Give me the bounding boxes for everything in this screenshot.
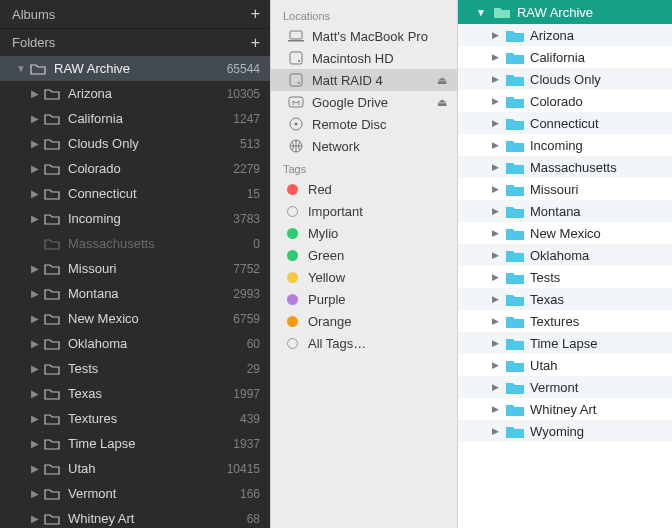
tag-dot-icon — [287, 316, 298, 327]
tag-item[interactable]: Orange — [271, 310, 457, 332]
eject-icon[interactable]: ⏏ — [437, 74, 447, 87]
folder-item[interactable]: ▶Vermont166 — [0, 481, 270, 506]
file-row[interactable]: ▶Massachusetts — [458, 156, 672, 178]
location-label: Network — [312, 139, 360, 154]
chevron-right-icon: ▶ — [492, 404, 506, 414]
location-item[interactable]: Remote Disc — [271, 113, 457, 135]
column-root-label: RAW Archive — [517, 5, 593, 20]
file-row[interactable]: ▶New Mexico — [458, 222, 672, 244]
file-row[interactable]: ▶Wyoming — [458, 420, 672, 442]
file-name: California — [530, 50, 585, 65]
tag-item[interactable]: Green — [271, 244, 457, 266]
tag-item[interactable]: Red — [271, 178, 457, 200]
folder-icon — [44, 88, 60, 100]
file-name: Incoming — [530, 138, 583, 153]
folder-root[interactable]: ▼ RAW Archive 65544 — [0, 56, 270, 81]
tag-item[interactable]: Important — [271, 200, 457, 222]
location-item[interactable]: Google Drive⏏ — [271, 91, 457, 113]
file-row[interactable]: ▶Whitney Art — [458, 398, 672, 420]
folder-icon — [44, 213, 60, 225]
column-root-row[interactable]: ▼ RAW Archive — [458, 0, 672, 24]
file-name: Clouds Only — [530, 72, 601, 87]
folder-name: Oklahoma — [68, 336, 247, 351]
folder-item[interactable]: ▶California1247 — [0, 106, 270, 131]
file-row[interactable]: ▶Incoming — [458, 134, 672, 156]
folder-icon — [506, 337, 524, 350]
folder-name: California — [68, 111, 233, 126]
file-row[interactable]: ▶Time Lapse — [458, 332, 672, 354]
file-name: Utah — [530, 358, 557, 373]
folder-item[interactable]: ▶Whitney Art68 — [0, 506, 270, 528]
folder-count: 1937 — [233, 437, 260, 451]
file-name: New Mexico — [530, 226, 601, 241]
folders-header[interactable]: Folders + — [0, 28, 270, 56]
location-item[interactable]: Matt RAID 4⏏ — [271, 69, 457, 91]
chevron-right-icon: ▶ — [26, 438, 44, 449]
folder-count: 1997 — [233, 387, 260, 401]
folder-name: RAW Archive — [54, 61, 227, 76]
folder-item[interactable]: ▶Clouds Only513 — [0, 131, 270, 156]
file-name: Wyoming — [530, 424, 584, 439]
add-album-button[interactable]: + — [251, 5, 260, 23]
tag-item[interactable]: All Tags… — [271, 332, 457, 354]
folder-item[interactable]: Massachusetts0 — [0, 231, 270, 256]
folder-item[interactable]: ▶Tests29 — [0, 356, 270, 381]
location-label: Matt's MacBook Pro — [312, 29, 428, 44]
disk-icon — [287, 73, 305, 87]
folder-count: 68 — [247, 512, 260, 526]
add-folder-button[interactable]: + — [251, 34, 260, 52]
folder-item[interactable]: ▶Arizona10305 — [0, 81, 270, 106]
tag-dot-icon — [287, 206, 298, 217]
chevron-down-icon: ▼ — [12, 63, 30, 74]
location-item[interactable]: Network — [271, 135, 457, 157]
folder-item[interactable]: ▶Texas1997 — [0, 381, 270, 406]
chevron-right-icon: ▶ — [26, 113, 44, 124]
folder-item[interactable]: ▶Colorado2279 — [0, 156, 270, 181]
eject-icon[interactable]: ⏏ — [437, 96, 447, 109]
folder-item[interactable]: ▶New Mexico6759 — [0, 306, 270, 331]
file-row[interactable]: ▶Tests — [458, 266, 672, 288]
file-row[interactable]: ▶Montana — [458, 200, 672, 222]
file-row[interactable]: ▶Missouri — [458, 178, 672, 200]
folder-item[interactable]: ▶Incoming3783 — [0, 206, 270, 231]
tag-item[interactable]: Mylio — [271, 222, 457, 244]
chevron-right-icon: ▶ — [26, 388, 44, 399]
file-row[interactable]: ▶California — [458, 46, 672, 68]
location-label: Matt RAID 4 — [312, 73, 383, 88]
folder-item[interactable]: ▶Time Lapse1937 — [0, 431, 270, 456]
chevron-right-icon: ▶ — [492, 228, 506, 238]
folder-item[interactable]: ▶Missouri7752 — [0, 256, 270, 281]
folder-count: 65544 — [227, 62, 260, 76]
location-item[interactable]: Matt's MacBook Pro — [271, 25, 457, 47]
file-row[interactable]: ▶Oklahoma — [458, 244, 672, 266]
tag-item[interactable]: Yellow — [271, 266, 457, 288]
file-row[interactable]: ▶Clouds Only — [458, 68, 672, 90]
tag-item[interactable]: Purple — [271, 288, 457, 310]
tag-label: All Tags… — [308, 336, 366, 351]
file-row[interactable]: ▶Texas — [458, 288, 672, 310]
chevron-right-icon: ▶ — [492, 272, 506, 282]
chevron-right-icon: ▶ — [492, 118, 506, 128]
folder-icon — [506, 315, 524, 328]
file-row[interactable]: ▶Colorado — [458, 90, 672, 112]
folder-icon — [506, 227, 524, 240]
albums-header[interactable]: Albums + — [0, 0, 270, 28]
folder-item[interactable]: ▶Connecticut15 — [0, 181, 270, 206]
svg-point-8 — [295, 123, 298, 126]
folder-item[interactable]: ▶Montana2993 — [0, 281, 270, 306]
folder-icon — [44, 113, 60, 125]
tag-label: Mylio — [308, 226, 338, 241]
file-row[interactable]: ▶Textures — [458, 310, 672, 332]
file-row[interactable]: ▶Utah — [458, 354, 672, 376]
folder-item[interactable]: ▶Oklahoma60 — [0, 331, 270, 356]
folder-item[interactable]: ▶Utah10415 — [0, 456, 270, 481]
file-row[interactable]: ▶Vermont — [458, 376, 672, 398]
tag-label: Green — [308, 248, 344, 263]
folder-name: Massachusetts — [68, 236, 253, 251]
file-row[interactable]: ▶Connecticut — [458, 112, 672, 134]
folder-icon — [44, 188, 60, 200]
folder-name: Time Lapse — [68, 436, 233, 451]
location-item[interactable]: Macintosh HD — [271, 47, 457, 69]
file-row[interactable]: ▶Arizona — [458, 24, 672, 46]
folder-item[interactable]: ▶Textures439 — [0, 406, 270, 431]
